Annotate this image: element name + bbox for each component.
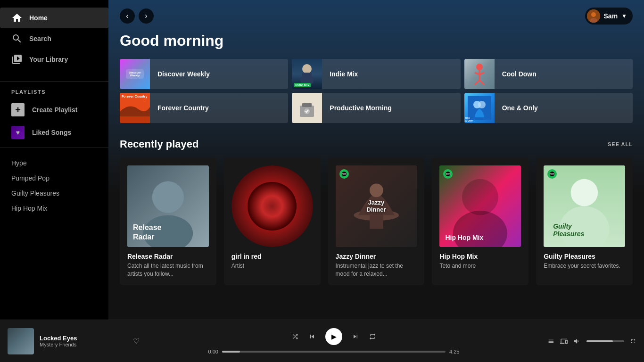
page-title: Good morning xyxy=(120,32,633,49)
liked-songs-icon: ♥ xyxy=(11,126,25,139)
discover-weekly-label: Discover Weekly xyxy=(150,70,217,78)
progress-bar[interactable] xyxy=(222,351,446,353)
sidebar-item-home[interactable]: Home xyxy=(0,8,108,28)
one-only-thumb: One& Only xyxy=(464,93,495,123)
like-button[interactable]: ♡ xyxy=(133,337,140,346)
productive-morning-label: Productive Morning xyxy=(322,104,399,112)
svg-line-9 xyxy=(479,80,484,85)
player-controls: ▶ 0:00 4:25 xyxy=(140,328,528,354)
forward-button[interactable]: › xyxy=(139,8,154,24)
card-girl-in-red[interactable]: ▶ girl in red Artist xyxy=(224,158,321,285)
liked-songs-label: Liked Songs xyxy=(32,129,71,136)
page-content: Good morning Discover Weekly Discover We… xyxy=(108,32,644,320)
forever-country-label: Forever Country xyxy=(150,104,216,112)
user-area[interactable]: Sam ▼ xyxy=(585,8,633,25)
create-playlist-item[interactable]: + Create Playlist xyxy=(0,99,108,121)
playlists-header: PLAYLISTS xyxy=(0,85,108,99)
devices-button[interactable] xyxy=(560,337,568,345)
hip-hop-mix-subtitle: Teto and more xyxy=(439,262,521,270)
search-icon xyxy=(11,33,23,44)
player-right-controls xyxy=(528,337,636,345)
top-bar: ‹ › Sam ▼ xyxy=(108,0,644,32)
sidebar-item-library[interactable]: Your Library xyxy=(0,49,108,70)
hip-hop-mix-title: Hip Hop Mix xyxy=(439,253,521,260)
guilty-pleasures-subtitle: Embrace your secret favorites. xyxy=(544,262,625,270)
svg-point-25 xyxy=(370,183,383,197)
sidebar-item-search[interactable]: Search xyxy=(0,28,108,49)
see-all-button[interactable]: SEE ALL xyxy=(608,141,633,147)
jazzy-dinner-title: Jazzy Dinner xyxy=(336,253,417,260)
cool-down-thumb xyxy=(464,59,495,89)
progress-bar-area: 0:00 4:25 xyxy=(202,349,466,354)
sidebar: Home Search Your Library xyxy=(0,0,108,320)
control-buttons: ▶ xyxy=(291,328,376,345)
track-artist: Mystery Friends xyxy=(40,342,127,347)
player-bar: Locked Eyes Mystery Friends ♡ ▶ xyxy=(0,320,644,362)
volume-fill xyxy=(586,340,613,342)
svg-line-8 xyxy=(475,80,479,85)
cool-down-label: Cool Down xyxy=(495,70,544,78)
girl-in-red-title: girl in red xyxy=(231,253,313,260)
fullscreen-button[interactable] xyxy=(630,338,636,345)
jazzy-dinner-image: JazzyDinner ▶ xyxy=(336,165,417,247)
quick-access-cool-down[interactable]: Cool Down xyxy=(464,59,633,89)
track-info: Locked Eyes Mystery Friends ♡ xyxy=(8,328,140,354)
repeat-button[interactable] xyxy=(369,333,376,340)
cards-grid: ReleaseRadar ▶ Release Radar Catch all t… xyxy=(120,158,633,285)
quick-access-forever-country[interactable]: Forever Country Forever Country xyxy=(120,93,288,123)
release-radar-subtitle: Catch all the latest music from artists … xyxy=(127,262,209,278)
playlist-item-guilty-pleasures[interactable]: Guilty Pleasures xyxy=(0,186,108,201)
library-icon xyxy=(11,54,23,65)
svg-point-6 xyxy=(476,64,483,70)
jazzy-dinner-subtitle: Instrumental jazz to set the mood for a … xyxy=(336,262,417,278)
svg-rect-15 xyxy=(302,103,312,107)
card-release-radar[interactable]: ReleaseRadar ▶ Release Radar Catch all t… xyxy=(120,158,216,285)
quick-access-grid: Discover Weekly Discover Weekly xyxy=(120,59,633,123)
svg-point-3 xyxy=(302,64,312,74)
dropdown-arrow-icon: ▼ xyxy=(621,13,627,19)
hip-hop-mix-image: Hip Hop Mix ▶ xyxy=(439,165,521,247)
recently-played-title: Recently played xyxy=(120,138,199,150)
playlist-item-pumped-pop[interactable]: Pumped Pop xyxy=(0,171,108,186)
playlist-item-hype[interactable]: Hype xyxy=(0,156,108,171)
avatar xyxy=(587,9,600,23)
create-playlist-icon: + xyxy=(11,103,25,116)
discover-weekly-thumb: Discover Weekly xyxy=(120,59,150,89)
track-name: Locked Eyes xyxy=(40,335,127,342)
svg-point-19 xyxy=(478,101,486,108)
playlist-item-hip-hop-mix[interactable]: Hip Hop Mix xyxy=(0,201,108,216)
previous-button[interactable] xyxy=(308,333,316,340)
volume-button[interactable] xyxy=(573,337,581,345)
release-radar-image: ReleaseRadar ▶ xyxy=(127,165,209,247)
card-hip-hop-mix[interactable]: Hip Hop Mix ▶ Hip Hop Mix xyxy=(432,158,528,285)
play-pause-button[interactable]: ▶ xyxy=(325,328,342,345)
next-button[interactable] xyxy=(352,333,359,340)
quick-access-indie-mix[interactable]: Indie Mix Indie Mix xyxy=(292,59,460,89)
indie-mix-label: Indie Mix xyxy=(322,70,365,78)
card-jazzy-dinner[interactable]: JazzyDinner ▶ Jazzy Dinner xyxy=(328,158,425,285)
volume-slider[interactable] xyxy=(586,340,624,342)
forever-country-thumb: Forever Country xyxy=(120,93,150,123)
create-playlist-label: Create Playlist xyxy=(32,106,78,114)
current-time: 0:00 xyxy=(202,349,218,354)
queue-button[interactable] xyxy=(547,337,554,345)
card-guilty-pleasures[interactable]: GuiltyPleasures ▶ Guilty Pleasur xyxy=(536,158,633,285)
playlist-list: Hype Pumped Pop Guilty Pleasures Hip Hop… xyxy=(0,152,108,220)
back-button[interactable]: ‹ xyxy=(120,8,135,24)
sidebar-search-label: Search xyxy=(29,35,51,42)
sidebar-divider-2 xyxy=(0,148,108,148)
quick-access-discover-weekly[interactable]: Discover Weekly Discover Weekly xyxy=(120,59,288,89)
sidebar-home-label: Home xyxy=(29,14,48,22)
quick-access-one-only[interactable]: One& Only One & Only xyxy=(464,93,633,123)
quick-access-productive-morning[interactable]: Productive Morning xyxy=(292,93,460,123)
user-name: Sam xyxy=(604,12,618,20)
track-album-art xyxy=(8,328,34,354)
home-icon xyxy=(11,12,23,24)
shuffle-button[interactable] xyxy=(291,333,299,340)
svg-rect-5 xyxy=(302,73,312,82)
liked-songs-item[interactable]: ♥ Liked Songs xyxy=(0,121,108,144)
svg-point-1 xyxy=(591,12,596,17)
guilty-pleasures-title: Guilty Pleasures xyxy=(544,253,625,260)
guilty-pleasures-image: GuiltyPleasures ▶ xyxy=(544,165,625,247)
indie-mix-thumb: Indie Mix xyxy=(292,59,322,89)
